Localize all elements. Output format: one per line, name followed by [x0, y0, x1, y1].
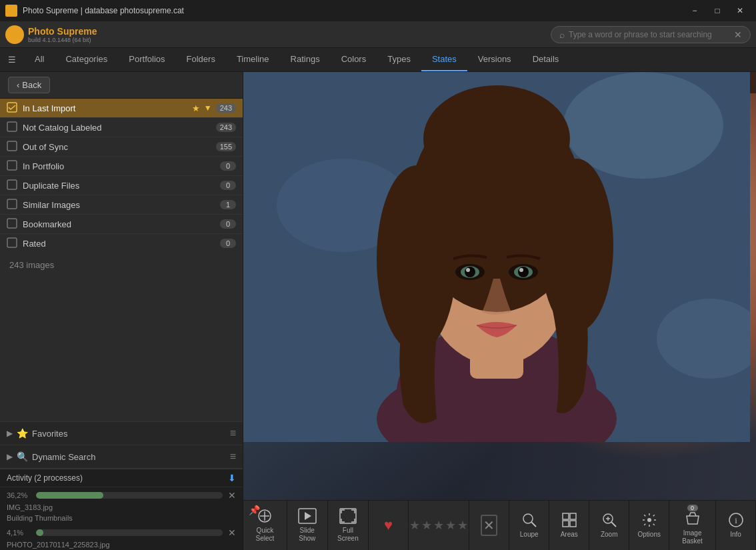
state-label-duplicate_files: Duplicate Files	[23, 181, 220, 191]
areas-tool[interactable]: Areas	[549, 501, 589, 550]
app-version: build 4.1.0.1448 (64 bit)	[28, 37, 97, 43]
zoom-label: Zoom	[601, 531, 618, 539]
state-item-not_catalog_labeled[interactable]: Not Catalog Labeled243	[0, 118, 243, 137]
dynamic-arrow-icon: ▶	[7, 452, 13, 461]
progress-close-1[interactable]: ✕	[228, 490, 236, 501]
state-item-out_of_sync[interactable]: Out of Sync155	[0, 137, 243, 157]
activity-header-row: Activity (2 processes) ⬇	[0, 469, 243, 487]
zoom-icon	[601, 512, 617, 528]
state-item-duplicate_files[interactable]: Duplicate Files0	[0, 176, 243, 195]
hamburger-menu[interactable]: ☰	[0, 48, 24, 71]
loupe-label: Loupe	[520, 531, 539, 539]
back-bar: ‹ Back	[0, 72, 243, 99]
favorites-section[interactable]: ▶ ⭐ Favorites ≡	[0, 422, 243, 445]
favorites-arrow-icon: ▶	[7, 429, 13, 438]
app-name: Photo Supreme	[28, 26, 97, 37]
state-item-rated[interactable]: Rated0	[0, 234, 243, 252]
star-3[interactable]: ★	[433, 518, 444, 533]
info-tool[interactable]: i Info	[716, 501, 756, 550]
tab-categories[interactable]: Categories	[55, 48, 118, 71]
state-label-in_portfolio: In Portfolio	[23, 161, 220, 171]
info-icon: i	[728, 512, 744, 528]
star-1[interactable]: ★	[409, 518, 420, 533]
svg-point-33	[466, 268, 470, 272]
state-item-in_portfolio[interactable]: In Portfolio0	[0, 157, 243, 176]
options-tool[interactable]: Options	[629, 501, 669, 550]
basket-label: Image Basket	[676, 529, 709, 545]
window-title: Photo Supreme | database photosupreme.ca…	[23, 6, 684, 15]
tab-colors[interactable]: Colors	[331, 48, 377, 71]
favorites-label: Favorites	[32, 429, 230, 439]
maximize-button[interactable]: □	[707, 0, 728, 21]
info-label: Info	[730, 531, 741, 539]
state-list: In Last Import★▼243Not Catalog Labeled24…	[0, 99, 243, 252]
favorites-menu-icon[interactable]: ≡	[230, 427, 236, 439]
check-icon-duplicate_files	[7, 179, 19, 191]
slideshow-label: Slide Show	[294, 527, 321, 543]
svg-line-42	[531, 522, 536, 527]
svg-rect-1	[7, 122, 17, 131]
zoom-tool[interactable]: Zoom	[589, 501, 629, 550]
svg-rect-43	[563, 513, 569, 519]
progress-row-2: 4,1% ✕	[0, 525, 243, 541]
loupe-tool[interactable]: Loupe	[509, 501, 549, 550]
tab-states[interactable]: States	[421, 48, 467, 71]
dynamic-search-icon: 🔍	[17, 451, 28, 462]
dynamic-search-section[interactable]: ▶ 🔍 Dynamic Search ≡	[0, 445, 243, 469]
progress-close-2[interactable]: ✕	[228, 527, 236, 538]
rating-tool[interactable]: ★ ★ ★ ★ ★	[409, 501, 469, 550]
badge-bookmarked: 0	[220, 219, 236, 229]
svg-line-50	[611, 522, 616, 527]
activity-bar: Activity (2 processes) ⬇ 36,2% ✕ IMG_318…	[0, 469, 243, 550]
image-basket-tool[interactable]: 0 Image Basket	[669, 501, 716, 550]
badge-similar_images: 1	[220, 200, 236, 209]
close-button[interactable]: ✕	[729, 0, 751, 21]
progress-bar-wrap-1	[36, 492, 223, 499]
star-4[interactable]: ★	[445, 518, 456, 533]
back-label: Back	[22, 80, 41, 90]
state-label-rated: Rated	[23, 239, 220, 249]
activity-download-icon[interactable]: ⬇	[228, 473, 236, 483]
search-box[interactable]: ⌕ ✕	[551, 26, 751, 43]
search-input[interactable]	[569, 30, 734, 39]
slideshow-tool[interactable]: Slide Show	[287, 501, 328, 550]
tab-portfolios[interactable]: Portfolios	[118, 48, 175, 71]
progress-bar-fill-2	[36, 529, 43, 536]
tab-all[interactable]: All	[24, 48, 55, 71]
search-icon: ⌕	[559, 29, 565, 40]
progress-row-1: 36,2% ✕	[0, 487, 243, 503]
search-clear-icon[interactable]: ✕	[734, 29, 742, 40]
svg-point-31	[465, 267, 475, 277]
quick-select-tool[interactable]: 📌 Quick Select	[243, 501, 287, 550]
check-icon-bookmarked	[7, 218, 19, 230]
back-button[interactable]: ‹ Back	[8, 77, 50, 93]
tab-details[interactable]: Details	[522, 48, 570, 71]
toolbar: 📌 Quick Select Slide Show Full Screen ♥ …	[243, 500, 756, 550]
state-item-bookmarked[interactable]: Bookmarked0	[0, 215, 243, 234]
state-item-similar_images[interactable]: Similar Images1	[0, 195, 243, 215]
logo-text-group: Photo Supreme build 4.1.0.1448 (64 bit)	[28, 26, 97, 43]
back-chevron-icon: ‹	[17, 80, 19, 90]
preview-area	[243, 72, 756, 500]
progress-bar-wrap-2	[36, 529, 223, 536]
tab-types[interactable]: Types	[377, 48, 421, 71]
options-label: Options	[637, 531, 660, 539]
basket-badge: 0	[687, 505, 698, 511]
state-item-in_last_import[interactable]: In Last Import★▼243	[0, 99, 243, 118]
funnel-icon-in_last_import: ▼	[204, 103, 212, 113]
reject-tool[interactable]: ✕	[469, 501, 509, 550]
tab-folders[interactable]: Folders	[176, 48, 226, 71]
progress-filename-1: IMG_3183.jpg	[0, 503, 243, 513]
dynamic-menu-icon[interactable]: ≡	[230, 451, 236, 463]
minimize-button[interactable]: −	[684, 0, 705, 21]
heart-tool[interactable]: ♥	[369, 501, 409, 550]
state-label-not_catalog_labeled: Not Catalog Labeled	[23, 123, 216, 133]
tab-timeline[interactable]: Timeline	[226, 48, 280, 71]
badge-out_of_sync: 155	[216, 142, 236, 151]
star-2[interactable]: ★	[421, 518, 432, 533]
star-5[interactable]: ★	[457, 518, 468, 533]
svg-point-34	[519, 268, 523, 272]
tab-ratings[interactable]: Ratings	[280, 48, 331, 71]
fullscreen-tool[interactable]: Full Screen	[328, 501, 369, 550]
tab-versions[interactable]: Versions	[467, 48, 522, 71]
